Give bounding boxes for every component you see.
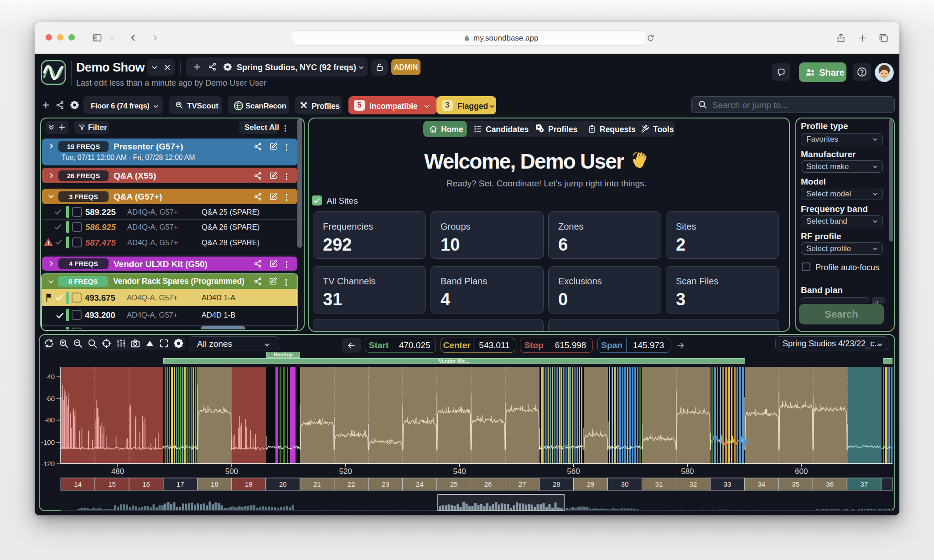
svg-text:37: 37	[860, 480, 868, 488]
svg-text:24: 24	[416, 480, 424, 488]
svg-text:34: 34	[758, 480, 765, 488]
svg-text:540: 540	[453, 467, 466, 476]
svg-text:-40: -40	[45, 373, 55, 380]
svg-text:-100: -100	[41, 438, 55, 446]
svg-text:560: 560	[567, 467, 580, 476]
svg-text:480: 480	[111, 467, 124, 476]
svg-text:19: 19	[245, 480, 253, 488]
svg-text:31: 31	[655, 480, 663, 488]
svg-text:25: 25	[450, 480, 458, 488]
svg-text:-80: -80	[45, 416, 55, 424]
svg-text:29: 29	[587, 480, 595, 488]
svg-text:520: 520	[339, 467, 352, 476]
svg-text:27: 27	[519, 480, 526, 488]
svg-text:23: 23	[382, 480, 389, 488]
svg-text:21: 21	[313, 480, 321, 488]
svg-text:35: 35	[792, 480, 799, 488]
svg-text:36: 36	[826, 480, 834, 488]
svg-text:18: 18	[211, 480, 218, 488]
svg-text:14: 14	[74, 480, 82, 488]
svg-text:33: 33	[723, 480, 731, 488]
svg-text:16: 16	[142, 480, 150, 488]
svg-text:28: 28	[553, 480, 560, 488]
svg-text:17: 17	[176, 480, 184, 488]
svg-text:30: 30	[621, 480, 629, 488]
svg-text:-120: -120	[41, 460, 55, 468]
svg-text:22: 22	[348, 480, 355, 488]
svg-text:500: 500	[225, 467, 238, 476]
svg-text:580: 580	[681, 467, 694, 476]
svg-text:26: 26	[484, 480, 492, 488]
svg-text:600: 600	[795, 467, 808, 476]
svg-text:-60: -60	[45, 395, 55, 402]
svg-text:32: 32	[690, 480, 697, 488]
svg-text:15: 15	[108, 480, 116, 488]
svg-text:20: 20	[279, 480, 287, 488]
